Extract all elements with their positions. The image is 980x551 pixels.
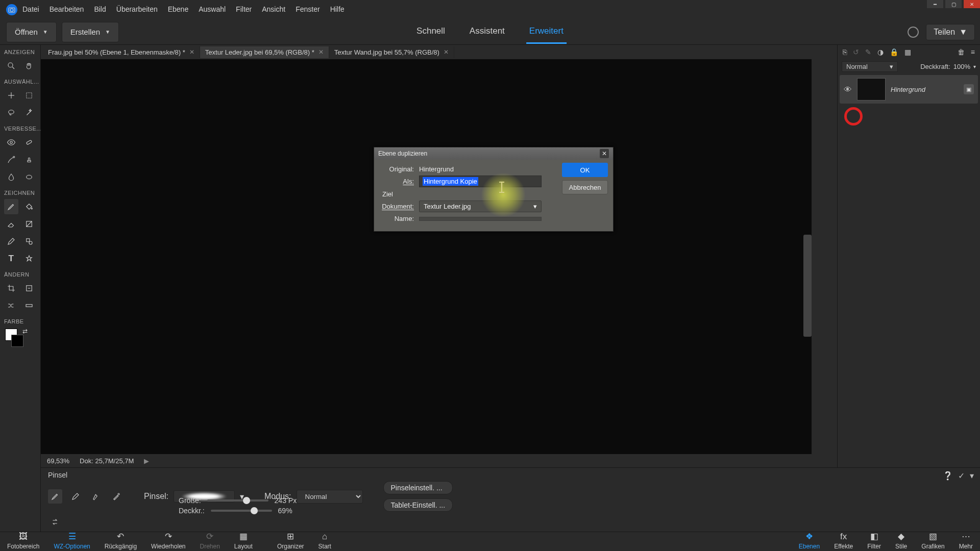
brush-variant-2[interactable] bbox=[68, 489, 83, 504]
menu-ueberarbeiten[interactable]: Überarbeiten bbox=[112, 3, 162, 15]
wand-tool[interactable] bbox=[22, 105, 37, 120]
create-button[interactable]: Erstellen▼ bbox=[62, 22, 119, 42]
tab-schnell[interactable]: Schnell bbox=[413, 20, 448, 44]
menu-filter[interactable]: Filter bbox=[232, 3, 256, 15]
collapse-icon[interactable]: ▾ bbox=[970, 471, 974, 481]
hand-tool[interactable] bbox=[22, 58, 37, 73]
doctab-0[interactable]: Frau.jpg bei 50% (Ebene 1, Ebenenmaske/8… bbox=[43, 46, 200, 58]
theme-icon[interactable] bbox=[908, 27, 919, 38]
bb-start[interactable]: ⌂Start bbox=[311, 531, 338, 551]
reset-icon[interactable]: ✓ bbox=[958, 471, 965, 481]
panel-menu-icon[interactable]: ≡ bbox=[971, 48, 975, 56]
pencil-tool[interactable] bbox=[4, 234, 18, 249]
canvas[interactable] bbox=[41, 59, 812, 454]
menu-datei[interactable]: Datei bbox=[18, 3, 43, 15]
layer-lock-icon[interactable]: ▣ bbox=[964, 84, 974, 94]
shape-tool[interactable] bbox=[22, 234, 37, 249]
name-input[interactable] bbox=[419, 217, 542, 221]
opacity-value[interactable]: 100% bbox=[953, 63, 970, 70]
chevron-down-icon[interactable]: ▾ bbox=[973, 64, 976, 69]
tab-erweitert[interactable]: Erweitert bbox=[526, 20, 567, 44]
menu-fenster[interactable]: Fenster bbox=[291, 3, 324, 15]
brush-variant-4[interactable] bbox=[109, 489, 124, 504]
background-color[interactable] bbox=[11, 335, 23, 347]
mask-icon[interactable]: ◑ bbox=[877, 48, 884, 56]
brush-variant-5[interactable] bbox=[48, 515, 62, 529]
close-button[interactable]: ✕ bbox=[964, 0, 980, 8]
brush-settings-button[interactable]: Pinseleinstell. ... bbox=[383, 481, 453, 494]
new-group-icon[interactable]: ↺ bbox=[853, 48, 859, 56]
cancel-button[interactable]: Abbrechen bbox=[562, 180, 608, 194]
visibility-icon[interactable]: 👁 bbox=[844, 85, 852, 93]
bb-effekte[interactable]: fxEffekte bbox=[827, 531, 860, 551]
dialog-titlebar[interactable]: Ebene duplizieren ✕ bbox=[374, 147, 613, 160]
open-button[interactable]: Öffnen▼ bbox=[6, 22, 57, 42]
document-select[interactable]: Textur Leder.jpg▾ bbox=[419, 201, 542, 212]
custom-shape-tool[interactable] bbox=[22, 251, 37, 266]
marquee-tool[interactable] bbox=[22, 88, 37, 103]
crop-tool[interactable] bbox=[4, 281, 18, 296]
blend-mode-select[interactable]: Normal ▾ bbox=[842, 61, 898, 72]
type-tool[interactable]: T bbox=[4, 251, 18, 266]
clone-tool[interactable] bbox=[22, 152, 37, 167]
menu-bearbeiten[interactable]: Bearbeiten bbox=[45, 3, 88, 15]
bb-fotobereich[interactable]: 🖼Fotobereich bbox=[0, 531, 46, 551]
ok-button[interactable]: OK bbox=[562, 163, 608, 177]
as-input[interactable]: Hintergrund Kopie bbox=[419, 176, 542, 187]
bb-rueckgaengig[interactable]: ↶Rückgängig bbox=[97, 530, 144, 551]
brush-variant-1[interactable] bbox=[48, 489, 62, 504]
zoom-tool[interactable] bbox=[4, 58, 18, 73]
mode-select[interactable]: Normal bbox=[297, 490, 363, 504]
lasso-tool[interactable] bbox=[4, 105, 18, 120]
menu-ebene[interactable]: Ebene bbox=[164, 3, 192, 15]
chevron-right-icon[interactable]: ▶ bbox=[144, 457, 149, 465]
eraser-tool[interactable] bbox=[4, 216, 18, 232]
bb-grafiken[interactable]: ▧Grafiken bbox=[914, 530, 951, 551]
fx-icon[interactable]: ▦ bbox=[904, 48, 911, 56]
tablet-settings-button[interactable]: Tablet-Einstell. ... bbox=[383, 498, 453, 512]
new-layer-icon[interactable]: ⎘ bbox=[843, 48, 847, 56]
maximize-button[interactable]: ▢ bbox=[945, 0, 962, 8]
redeye-tool[interactable] bbox=[4, 135, 18, 150]
move-tool[interactable] bbox=[4, 88, 18, 103]
menu-bild[interactable]: Bild bbox=[90, 3, 110, 15]
menu-ansicht[interactable]: Ansicht bbox=[258, 3, 289, 15]
spot-heal-tool[interactable] bbox=[22, 135, 37, 150]
minimize-button[interactable]: ━ bbox=[927, 0, 943, 8]
dialog-close-button[interactable]: ✕ bbox=[600, 149, 609, 158]
tab-assistent[interactable]: Assistent bbox=[467, 20, 508, 44]
blur-tool[interactable] bbox=[4, 169, 18, 185]
bb-filter[interactable]: ◧Filter bbox=[860, 530, 888, 551]
bb-wiederholen[interactable]: ↷Wiederholen bbox=[144, 530, 192, 551]
bucket-tool[interactable] bbox=[22, 199, 37, 214]
bb-stile[interactable]: ◆Stile bbox=[888, 530, 914, 551]
menu-hilfe[interactable]: Hilfe bbox=[326, 3, 349, 15]
bb-mehr[interactable]: ⋯Mehr bbox=[952, 530, 980, 551]
cookie-cutter-tool[interactable] bbox=[4, 298, 18, 313]
trash-icon[interactable]: 🗑 bbox=[958, 48, 965, 56]
help-icon[interactable]: ❔ bbox=[943, 471, 953, 481]
straighten-tool[interactable] bbox=[22, 298, 37, 313]
vertical-scrollbar[interactable] bbox=[803, 235, 812, 337]
sponge-tool[interactable] bbox=[22, 169, 37, 185]
bb-wz-optionen[interactable]: ☰WZ-Optionen bbox=[46, 530, 97, 551]
doctab-1[interactable]: Textur Leder.jpg bei 69,5% (RGB/8) *✕ bbox=[200, 46, 329, 58]
close-icon[interactable]: ✕ bbox=[444, 48, 449, 56]
share-button[interactable]: Teilen▼ bbox=[926, 24, 975, 40]
gradient-tool[interactable] bbox=[22, 216, 37, 232]
doctab-2[interactable]: Textur Wand.jpg bei 55,7% (RGB/8)✕ bbox=[329, 46, 454, 58]
bb-organizer[interactable]: ⊞Organizer bbox=[270, 530, 311, 551]
close-icon[interactable]: ✕ bbox=[318, 48, 324, 56]
swap-colors-icon[interactable]: ⇄ bbox=[22, 328, 28, 335]
smart-brush-tool[interactable] bbox=[4, 152, 18, 167]
size-slider[interactable] bbox=[207, 499, 268, 502]
color-swatches[interactable]: ⇄ bbox=[5, 329, 26, 349]
layer-row[interactable]: 👁 Hintergrund ▣ bbox=[840, 75, 978, 104]
close-icon[interactable]: ✕ bbox=[189, 48, 194, 56]
brush-tool[interactable] bbox=[4, 199, 18, 214]
bb-ebenen[interactable]: ❖Ebenen bbox=[792, 530, 827, 551]
layer-name[interactable]: Hintergrund bbox=[891, 86, 959, 93]
brush-variant-3[interactable] bbox=[89, 489, 103, 504]
layer-thumbnail[interactable] bbox=[857, 78, 886, 101]
opacity-slider[interactable] bbox=[211, 510, 272, 512]
